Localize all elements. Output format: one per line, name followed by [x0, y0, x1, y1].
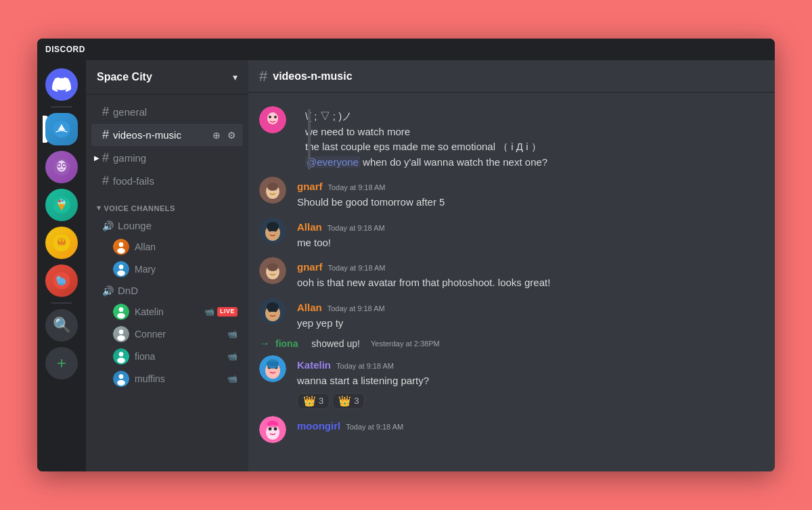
- voice-user-avatar-conner: [113, 326, 129, 342]
- app-body: 🔍 + Space City ▾ # general #: [37, 60, 775, 471]
- server-header[interactable]: Space City ▾: [86, 60, 248, 95]
- title-bar: DISCORD: [37, 39, 775, 60]
- avatar-moongirl[interactable]: [259, 416, 286, 443]
- voice-user-mary[interactable]: Mary: [91, 258, 243, 280]
- chat-header-channel-name: videos-n-music: [273, 70, 352, 83]
- svg-point-28: [119, 329, 124, 334]
- voice-user-name-katelin: Katelin: [135, 306, 164, 317]
- server-icon-boat[interactable]: [45, 113, 78, 145]
- message-header-gnarf-1: gnarf Today at 9:18 AM: [297, 181, 764, 192]
- avatar-katelin[interactable]: [259, 355, 286, 382]
- person-icon-conner: [114, 327, 128, 341]
- join-timestamp-fiona: Yesterday at 2:38PM: [371, 340, 440, 348]
- server-sidebar: 🔍 +: [37, 60, 86, 471]
- server-icon-icecream[interactable]: [45, 189, 78, 221]
- boat-icon: [52, 120, 71, 139]
- hash-icon-food: #: [102, 174, 109, 188]
- avatar-m1[interactable]: [259, 106, 286, 133]
- voice-user-muffins[interactable]: muffins 📹: [91, 368, 243, 390]
- server-boat-wrapper: [45, 113, 78, 145]
- server-alien-wrapper: [45, 151, 78, 183]
- server-icon-claw[interactable]: [45, 227, 78, 259]
- server-icon-alien[interactable]: [45, 151, 78, 183]
- svg-point-57: [267, 302, 279, 312]
- message-header-katelin: Katelin Today at 9:18 AM: [297, 359, 764, 371]
- svg-point-23: [117, 248, 125, 254]
- server-icecream-wrapper: [45, 189, 78, 221]
- svg-point-68: [267, 421, 278, 427]
- speaker-icon-dnd: 🔊: [102, 285, 114, 296]
- search-server-button[interactable]: 🔍: [45, 309, 78, 342]
- server-divider-1: [51, 106, 72, 108]
- voice-user-avatar-katelin: [113, 304, 129, 320]
- message-row-allan-1: Allan Today at 9:18 AM me too!: [248, 214, 775, 252]
- avatar-allan-1[interactable]: [259, 217, 286, 244]
- avatar-allan-2[interactable]: [259, 298, 286, 325]
- svg-point-42: [267, 183, 278, 191]
- svg-point-25: [117, 271, 125, 276]
- channel-item-videos-n-music[interactable]: # videos-n-music ⊕ ⚙: [91, 124, 243, 146]
- message-content-allan-2: yep yep ty: [297, 316, 764, 331]
- channel-item-general[interactable]: # general: [91, 101, 243, 123]
- video-icon-muffins: 📹: [227, 374, 238, 384]
- messages-container: \( ; ▽ ; )ノ we need to watch more the la…: [248, 93, 775, 471]
- katelin-icons: 📹 LIVE: [204, 307, 238, 317]
- alien-icon: [52, 158, 71, 177]
- voice-user-katelin[interactable]: Katelin 📹 LIVE: [91, 301, 243, 323]
- server-icon-home[interactable]: [45, 68, 78, 101]
- avatar-img-katelin: [259, 355, 286, 382]
- channel-name-general: general: [113, 106, 147, 118]
- message-row-1: \( ; ▽ ; )ノ we need to watch more the la…: [248, 103, 775, 171]
- avatar-gnarf-1[interactable]: [259, 177, 286, 204]
- icecream-icon: [52, 195, 71, 214]
- voice-channel-lounge[interactable]: 🔊 Lounge: [91, 216, 243, 235]
- voice-section-collapse[interactable]: ▾: [97, 204, 102, 212]
- svg-point-37: [274, 116, 277, 118]
- voice-user-conner[interactable]: Conner 📹: [91, 323, 243, 345]
- server-divider-2: [51, 302, 72, 304]
- reaction-crown-1[interactable]: 👑 3: [297, 393, 330, 409]
- svg-point-12: [62, 200, 64, 202]
- settings-icon[interactable]: ⚙: [225, 129, 238, 141]
- add-member-icon[interactable]: ⊕: [210, 129, 223, 141]
- mention-everyone: @everyone: [305, 156, 360, 168]
- reaction-bar-katelin: 👑 3 👑 3: [297, 393, 764, 409]
- voice-user-name-allan: Allan: [135, 241, 156, 252]
- server-icon-dino[interactable]: [45, 264, 78, 297]
- add-icon: +: [57, 354, 66, 373]
- svg-rect-1: [61, 124, 62, 130]
- channel-item-gaming[interactable]: ▶ # gaming: [91, 147, 243, 169]
- message-timestamp-gnarf-1: Today at 9:18 AM: [328, 183, 386, 191]
- voice-channel-dnd[interactable]: 🔊 DnD: [91, 281, 243, 300]
- message-author-gnarf: gnarf: [297, 181, 323, 192]
- svg-point-11: [58, 200, 61, 202]
- message-timestamp-allan-1: Today at 9:18 AM: [328, 224, 385, 232]
- message-row-gnarf-2: gnarf Today at 9:18 AM ooh is that new a…: [248, 254, 775, 292]
- message-row-allan-2: Allan Today at 9:18 AM yep yep ty: [248, 295, 775, 333]
- avatar-gnarf-2[interactable]: [259, 257, 286, 284]
- search-icon: 🔍: [53, 317, 71, 334]
- svg-point-36: [269, 116, 271, 118]
- speaker-icon-lounge: 🔊: [102, 221, 114, 231]
- add-server-button[interactable]: +: [45, 347, 78, 379]
- voice-user-fiona[interactable]: fiona 📹: [91, 346, 243, 367]
- server-dino-wrapper: [45, 264, 78, 297]
- message-line-2: we need to watch more: [305, 124, 764, 140]
- conner-icons: 📹: [227, 329, 238, 339]
- svg-point-31: [117, 358, 125, 363]
- quoted-content: \( ; ▽ ; )ノ we need to watch more the la…: [297, 109, 764, 170]
- voice-user-allan[interactable]: Allan: [91, 236, 243, 258]
- channel-item-food-fails[interactable]: # food-fails: [91, 170, 243, 192]
- message-header-moongirl: moongirl Today at 9:18 AM: [297, 420, 764, 432]
- message-header-allan-2: Allan Today at 9:18 AM: [297, 302, 764, 313]
- quote-bar: [308, 109, 311, 170]
- message-row-gnarf-1: gnarf Today at 9:18 AM Should be good to…: [248, 174, 775, 212]
- avatar-img-gnarf: [259, 177, 286, 204]
- reaction-crown-2[interactable]: 👑 3: [332, 393, 365, 409]
- fiona-icons: 📹: [227, 352, 238, 361]
- voice-user-name-muffins: muffins: [135, 373, 165, 384]
- message-content-allan-1: me too!: [297, 235, 764, 251]
- join-message-fiona: → fiona showed up! Yesterday at 2:38PM: [248, 335, 775, 352]
- avatar-img-m1: [259, 106, 286, 133]
- crown-emoji-2: 👑: [338, 395, 351, 407]
